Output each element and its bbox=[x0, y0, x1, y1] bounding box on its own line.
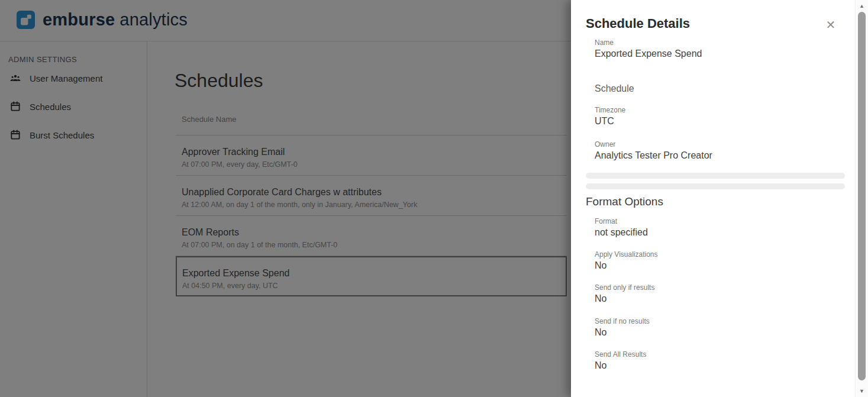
field-label: Owner bbox=[595, 140, 855, 149]
field-label: Format bbox=[595, 217, 855, 225]
scrollbar-thumb[interactable] bbox=[858, 12, 866, 380]
field-value: Analytics Tester Pro Creator bbox=[595, 150, 855, 161]
field-timezone: Timezone UTC bbox=[595, 106, 855, 127]
field-send-all-results: Send All Results No bbox=[595, 350, 855, 371]
scroll-up-icon[interactable]: ▲ bbox=[856, 3, 868, 9]
field-apply-visualizations: Apply Visualizations No bbox=[595, 250, 855, 271]
close-icon[interactable]: ✕ bbox=[824, 18, 837, 31]
field-label: Apply Visualizations bbox=[595, 250, 855, 259]
vertical-scrollbar[interactable]: ▲ ▼ bbox=[855, 0, 868, 397]
field-value: No bbox=[595, 327, 855, 338]
field-send-only-if-results: Send only if results No bbox=[595, 283, 855, 304]
field-name: Name Exported Expense Spend bbox=[595, 38, 855, 59]
field-send-if-no-results: Send if no results No bbox=[595, 317, 855, 338]
field-value: No bbox=[595, 360, 855, 371]
drawer-title: Schedule Details bbox=[586, 17, 855, 31]
schedule-details-drawer: Schedule Details ✕ Name Exported Expense… bbox=[571, 0, 855, 397]
field-value: Exported Expense Spend bbox=[595, 48, 855, 59]
skeleton-bar bbox=[586, 173, 845, 179]
section-heading-format-options: Format Options bbox=[586, 195, 855, 208]
field-label: Send if no results bbox=[595, 317, 855, 325]
field-value: No bbox=[595, 293, 855, 304]
field-label: Send only if results bbox=[595, 283, 855, 292]
field-label: Name bbox=[595, 38, 855, 47]
field-format: Format not specified bbox=[595, 217, 855, 238]
field-label: Send All Results bbox=[595, 350, 855, 359]
scroll-down-icon[interactable]: ▼ bbox=[856, 388, 868, 394]
field-value: UTC bbox=[595, 115, 855, 127]
field-label: Timezone bbox=[595, 106, 855, 114]
field-value: not specified bbox=[595, 227, 855, 238]
field-value: No bbox=[595, 260, 855, 271]
field-owner: Owner Analytics Tester Pro Creator bbox=[595, 140, 855, 161]
section-heading-schedule: Schedule bbox=[595, 83, 855, 94]
skeleton-bar bbox=[586, 183, 845, 189]
